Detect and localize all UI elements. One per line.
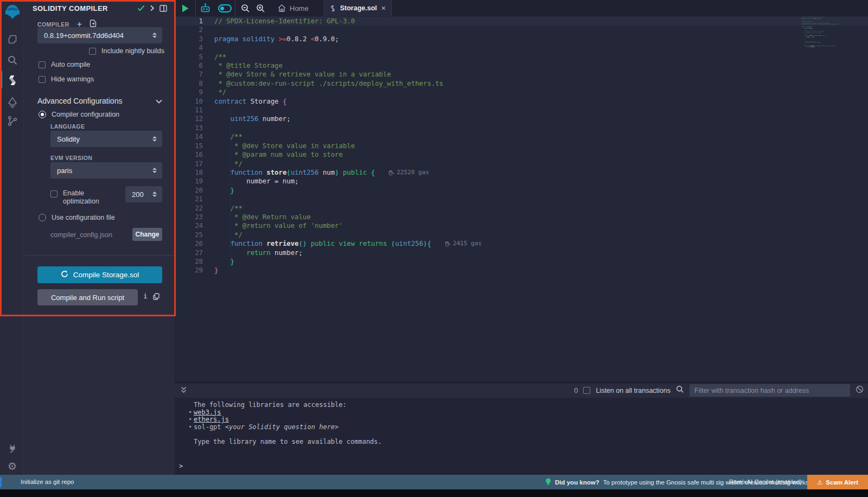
enable-optimization-label: Enableoptimization xyxy=(63,189,99,206)
solidity-file-icon xyxy=(330,5,336,12)
line-number: 4 xyxy=(175,43,203,52)
plugin-manager-icon[interactable] xyxy=(0,438,24,457)
compiler-configuration-label: Compiler configuration xyxy=(52,111,119,118)
copilot-toggle[interactable] xyxy=(214,4,235,12)
evm-version-select[interactable]: paris xyxy=(50,162,162,179)
settings-gear-icon[interactable]: ⚙ xyxy=(0,457,24,475)
close-tab-icon[interactable]: × xyxy=(381,4,386,12)
line-number: 6 xyxy=(175,61,203,70)
terminal-output: The following libraries are accessible: … xyxy=(175,398,868,475)
line-number: 16 xyxy=(175,150,203,159)
copilot-status[interactable]: RemixAI Copilot (enabled) xyxy=(729,479,802,485)
code-line: 24 * @return value of 'number' xyxy=(175,221,868,230)
include-nightly-row: Include nightly builds xyxy=(89,47,164,55)
line-number: 13 xyxy=(175,124,203,132)
optimization-runs-input[interactable]: 200 xyxy=(125,186,162,202)
line-number: 21 xyxy=(175,195,203,203)
tab-bar: Home Storage.sol × xyxy=(175,0,868,16)
hide-warnings-checkbox[interactable] xyxy=(39,76,46,83)
hide-warnings-label: Hide warnings xyxy=(51,75,94,83)
pin-panel-icon[interactable] xyxy=(159,5,167,12)
run-play-button[interactable] xyxy=(175,4,195,12)
deploy-run-icon[interactable] xyxy=(0,94,24,112)
line-number: 3 xyxy=(175,35,203,43)
evm-version-label: EVM VERSION xyxy=(50,155,92,161)
language-select[interactable]: Solidity xyxy=(50,131,162,147)
panel-divider xyxy=(25,255,175,256)
home-tab[interactable]: Home xyxy=(278,4,309,12)
remix-ide-window: ⚙ SOLIDITY COMPILER COMPILER + 0.8.19+co… xyxy=(0,0,868,497)
transaction-count: 0 xyxy=(574,386,578,394)
ai-copilot-robot-icon[interactable] xyxy=(196,3,214,14)
ethers-link[interactable]: ethers.js xyxy=(194,416,229,423)
line-number: 26 xyxy=(175,239,203,248)
language-value: Solidity xyxy=(57,135,80,143)
scam-alert-badge[interactable]: ⚠ Scam Alert xyxy=(807,475,868,489)
web3-link[interactable]: web3.js xyxy=(194,409,221,416)
terminal-line: ethers.js xyxy=(194,416,868,424)
code-line: 23 * @dev Return value xyxy=(175,213,868,221)
zoom-out-icon[interactable] xyxy=(238,4,253,13)
use-configuration-file-row: Use configuration file xyxy=(39,214,115,221)
terminal-prompt: > xyxy=(179,463,868,470)
code-line: 29} xyxy=(801,49,861,51)
compiler-configuration-radio[interactable] xyxy=(39,111,46,118)
compiler-version-select[interactable]: 0.8.19+commit.7dd6d404 xyxy=(37,27,162,43)
evm-version-value: paris xyxy=(57,167,72,175)
code-line: 5/** xyxy=(175,53,868,61)
advanced-configurations-toggle[interactable]: Advanced Configurations xyxy=(37,97,162,105)
include-nightly-checkbox[interactable] xyxy=(89,48,96,55)
minimap[interactable]: 1// SPDX-License-Identifier: GPL-3.023pr… xyxy=(801,16,861,76)
transaction-filter-input[interactable] xyxy=(690,384,850,397)
zoom-in-icon[interactable] xyxy=(253,4,268,13)
code-line: 11 xyxy=(175,106,868,114)
compile-button[interactable]: Compile Storage.sol xyxy=(37,266,162,283)
code-line: 8 * @custom:dev-run-script ./scripts/dep… xyxy=(175,79,868,88)
line-number: 5 xyxy=(175,53,203,61)
code-line: 2 xyxy=(175,26,868,34)
info-icon[interactable]: i xyxy=(143,292,148,300)
enable-optimization-checkbox[interactable] xyxy=(50,190,58,197)
stepper-arrows-icon xyxy=(152,192,157,197)
code-line: 1// SPDX-License-Identifier: GPL-3.0 xyxy=(175,17,868,26)
auto-compile-checkbox[interactable] xyxy=(39,61,46,68)
expand-terminal-icon[interactable] xyxy=(180,386,187,396)
use-configuration-file-label: Use configuration file xyxy=(52,214,115,221)
code-line: 15 * @dev Store value in variable xyxy=(175,142,868,150)
compile-success-check-icon xyxy=(137,5,145,11)
gas-estimate: 2415 gas xyxy=(445,239,482,248)
code-line: 12 uint256 number; xyxy=(175,114,868,123)
auto-compile-row: Auto compile xyxy=(39,61,90,68)
git-init-button[interactable]: Initialize as git repo xyxy=(21,479,74,485)
terminal: 0 Listen on all transactions The followi… xyxy=(175,381,868,475)
code-editor[interactable]: 1// SPDX-License-Identifier: GPL-3.023pr… xyxy=(175,16,868,381)
compile-and-run-button[interactable]: Compile and Run script xyxy=(37,289,138,305)
listen-all-transactions-checkbox[interactable] xyxy=(583,387,590,394)
file-explorer-icon[interactable] xyxy=(0,30,24,49)
use-configuration-file-radio[interactable] xyxy=(39,214,46,221)
run-script-chevron-icon[interactable] xyxy=(150,5,155,11)
terminal-search-icon[interactable] xyxy=(676,385,684,396)
remix-logo-icon[interactable] xyxy=(4,3,21,21)
advanced-configurations-label: Advanced Configurations xyxy=(37,97,122,105)
code-line: 10contract Storage { xyxy=(175,97,868,106)
solidity-compiler-icon[interactable] xyxy=(0,71,24,90)
warning-icon: ⚠ xyxy=(817,479,822,486)
select-arrows-icon xyxy=(152,168,157,173)
copy-icon[interactable] xyxy=(153,292,159,302)
line-number: 10 xyxy=(175,97,203,106)
clear-console-icon[interactable] xyxy=(856,385,864,396)
code-line: 4 xyxy=(175,43,868,52)
code-line: 19 number = num; xyxy=(175,177,868,186)
tab-storage-sol[interactable]: Storage.sol × xyxy=(324,0,392,16)
line-number: 15 xyxy=(175,142,203,150)
line-number: 17 xyxy=(175,160,203,168)
line-number: 23 xyxy=(175,213,203,221)
search-icon[interactable] xyxy=(0,51,24,69)
gas-estimate: 22520 gas xyxy=(389,168,429,177)
code-lines: 1// SPDX-License-Identifier: GPL-3.023pr… xyxy=(175,16,868,275)
code-line: 6 * @title Storage xyxy=(175,61,868,70)
change-config-button[interactable]: Change xyxy=(132,228,162,241)
select-arrows-icon xyxy=(152,136,157,142)
git-icon[interactable] xyxy=(0,112,24,130)
